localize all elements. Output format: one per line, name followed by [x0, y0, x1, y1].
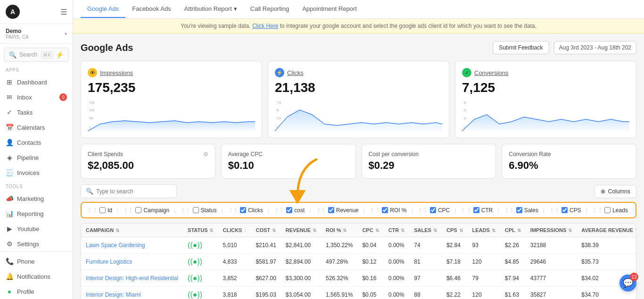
- sidebar-item-youtube[interactable]: ▶ Youtube: [0, 221, 73, 236]
- sidebar-item-label: Settings: [17, 241, 39, 248]
- table-search-bar[interactable]: 🔍: [81, 184, 177, 198]
- sort-icon[interactable]: ⇅: [272, 228, 276, 233]
- clicks-label[interactable]: Clicks: [287, 69, 304, 76]
- drag-handle-icon[interactable]: ⋮⋮: [274, 207, 284, 213]
- col-checkbox-ctr[interactable]: [473, 207, 479, 213]
- cell-cost: $627.00: [251, 270, 281, 287]
- sort-icon[interactable]: ⇅: [209, 228, 213, 233]
- drag-handle-icon[interactable]: ⋮⋮: [504, 207, 514, 213]
- col-checkbox-cost[interactable]: [286, 207, 292, 213]
- drag-handle-icon[interactable]: ⋮⋮: [181, 207, 191, 213]
- sort-icon[interactable]: ⇅: [116, 228, 119, 233]
- drag-handle-icon[interactable]: ⋮⋮: [461, 207, 471, 213]
- col-checkbox-id[interactable]: [99, 207, 106, 213]
- sidebar-item-marketing[interactable]: 📣 Marketing: [0, 191, 73, 206]
- stat-value: 6.90%: [509, 159, 629, 172]
- campaign-link[interactable]: Interior Design: Miami: [86, 291, 141, 298]
- sidebar-item-label: Inbox: [17, 94, 32, 101]
- svg-text:150k: 150k: [89, 100, 95, 104]
- sidebar: A ☰ Demo PARIS, CA ▾ 🔍 Search ⌘K ⚡ Apps …: [0, 0, 73, 299]
- cell-status: ((●)): [183, 270, 218, 287]
- sort-icon[interactable]: ⇅: [433, 228, 437, 233]
- cell-clicks: 4,833: [218, 254, 251, 270]
- col-checkbox-revenue[interactable]: [328, 207, 334, 213]
- sort-icon[interactable]: ⇅: [492, 228, 495, 233]
- sidebar-item-label: Calendars: [17, 124, 45, 131]
- menu-toggle-icon[interactable]: ☰: [60, 8, 67, 17]
- col-item-clicks: ⋮⋮ Clicks: [228, 207, 263, 214]
- sidebar-item-pipeline[interactable]: ◈ Pipeline: [0, 150, 73, 165]
- sort-icon[interactable]: ⇅: [375, 228, 379, 233]
- cell-roi: 497.28%: [321, 254, 357, 270]
- sort-icon[interactable]: ⇅: [568, 228, 572, 233]
- svg-text:3k: 3k: [463, 100, 466, 104]
- sidebar-item-calendars[interactable]: 📅 Calendars: [0, 120, 73, 135]
- status-icon: ((●)): [188, 241, 202, 249]
- conversions-label[interactable]: Conversions: [474, 69, 508, 76]
- drag-handle-icon[interactable]: ⋮⋮: [418, 207, 428, 213]
- sidebar-item-notifications[interactable]: 🔔 Notifications: [0, 269, 73, 284]
- th-ctr: CTR ⇅: [384, 224, 410, 237]
- cell-roi: 1,350.22%: [321, 237, 357, 254]
- search-bar[interactable]: 🔍 Search ⌘K ⚡: [4, 48, 69, 62]
- cell-status: ((●)): [183, 287, 218, 299]
- drag-handle-icon[interactable]: ⋮⋮: [592, 207, 603, 213]
- sidebar-item-invoices[interactable]: 🧾 Invoices: [0, 165, 73, 180]
- sort-icon[interactable]: ↓: [244, 228, 246, 233]
- nav-facebook-ads[interactable]: Facebook Ads: [125, 0, 177, 18]
- search-input[interactable]: [96, 188, 172, 195]
- col-checkbox-campaign[interactable]: [135, 207, 141, 213]
- impressions-label[interactable]: Impressions: [100, 69, 133, 76]
- col-checkbox-sales[interactable]: [516, 207, 522, 213]
- sort-icon[interactable]: ⇅: [635, 228, 636, 233]
- sidebar-item-dashboard[interactable]: ⊞ Dashboard: [0, 75, 73, 90]
- cell-status: ((●)): [183, 254, 218, 270]
- cell-roi: 1,565.91%: [321, 287, 357, 299]
- nav-appointment-report[interactable]: Appointment Report: [296, 0, 363, 18]
- nav-attribution-report[interactable]: Attribution Report ▾: [178, 0, 244, 18]
- banner-link[interactable]: Click Here: [252, 23, 278, 29]
- campaign-link[interactable]: Lawn Space Gardening: [86, 242, 145, 249]
- drag-handle-icon[interactable]: ⋮⋮: [228, 207, 238, 213]
- columns-button[interactable]: ⊗ Columns: [594, 185, 636, 198]
- drag-handle-icon[interactable]: ⋮⋮: [316, 207, 326, 213]
- stat-label: Cost per conversion: [369, 151, 489, 158]
- cell-cost: $210.41: [251, 237, 281, 254]
- sort-icon[interactable]: ⇅: [517, 228, 521, 233]
- sort-icon[interactable]: ⇅: [313, 228, 316, 233]
- sidebar-item-reporting[interactable]: 📊 Reporting: [0, 206, 73, 221]
- sidebar-item-profile[interactable]: ● Profile: [0, 284, 73, 299]
- col-checkbox-leads[interactable]: [604, 207, 611, 213]
- dashboard-icon: ⊞: [6, 78, 13, 86]
- col-checkbox-cpc[interactable]: [430, 207, 436, 213]
- campaign-link[interactable]: Interior Design: High-end Residential: [86, 275, 178, 282]
- col-checkbox-roi[interactable]: [382, 207, 388, 213]
- sidebar-item-phone[interactable]: 📞 Phone: [0, 254, 73, 269]
- sidebar-item-contacts[interactable]: 👤 Contacts: [0, 135, 73, 150]
- settings-icon: ⚙: [6, 240, 13, 248]
- nav-google-ads[interactable]: Google Ads: [81, 0, 125, 18]
- sort-icon[interactable]: ⇅: [459, 228, 463, 233]
- drag-handle-icon[interactable]: ⋮⋮: [370, 207, 380, 213]
- chat-button[interactable]: 💬 13: [619, 274, 636, 291]
- drag-handle-icon[interactable]: ⋮⋮: [87, 207, 98, 213]
- col-checkbox-clicks[interactable]: [240, 207, 246, 213]
- sidebar-item-settings[interactable]: ⚙ Settings: [0, 236, 73, 251]
- demo-info[interactable]: Demo PARIS, CA ▾: [0, 24, 73, 44]
- stat-label: Client Spends ⚙: [88, 151, 208, 158]
- col-checkbox-status[interactable]: [193, 207, 199, 213]
- sort-icon[interactable]: ⇅: [343, 228, 347, 233]
- sort-icon[interactable]: ⇅: [401, 228, 405, 233]
- sidebar-item-inbox[interactable]: ✉ Inbox 0: [0, 90, 73, 105]
- submit-feedback-button[interactable]: Submit Feedback: [493, 41, 549, 54]
- drag-handle-icon[interactable]: ⋮⋮: [123, 207, 133, 213]
- campaign-link[interactable]: Furniture Logistics: [86, 258, 132, 265]
- sidebar-item-tasks[interactable]: ✓ Tasks: [0, 105, 73, 120]
- drag-handle-icon[interactable]: ⋮⋮: [549, 207, 560, 213]
- impressions-value: 175,235: [88, 80, 255, 95]
- stat-value: $0.10: [228, 159, 349, 172]
- nav-call-reporting[interactable]: Call Reporting: [244, 0, 296, 18]
- gear-icon[interactable]: ⚙: [203, 151, 208, 158]
- table-row: Lawn Space Gardening ((●)) 5,010 $210.41…: [81, 237, 636, 254]
- col-checkbox-cps[interactable]: [561, 207, 568, 213]
